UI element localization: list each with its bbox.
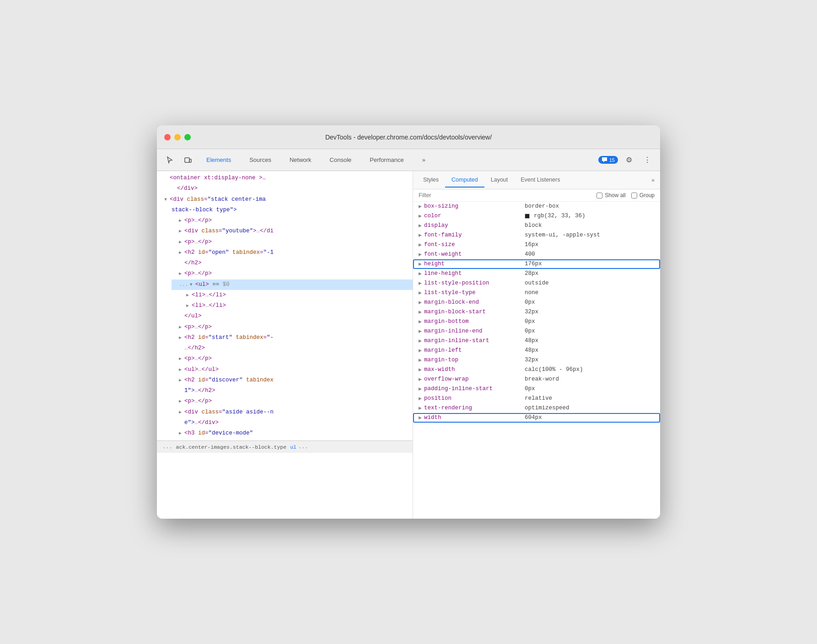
computed-property-row[interactable]: max-widthcalc(100% - 96px) xyxy=(413,365,660,375)
computed-property-row[interactable]: positionrelative xyxy=(413,394,660,403)
dom-row[interactable]: <li>…</li> xyxy=(179,301,413,311)
expand-icon xyxy=(419,367,424,372)
breadcrumb-element[interactable]: ul xyxy=(290,444,296,450)
computed-property-row[interactable]: displayblock xyxy=(413,221,660,231)
computed-properties-list: box-sizingborder-boxcolorrgb(32, 33, 36)… xyxy=(413,202,660,519)
expand-icon xyxy=(419,406,424,410)
dom-row-selected[interactable]: ... <ul> == $0 xyxy=(172,279,413,290)
more-tabs-button[interactable]: » xyxy=(415,154,433,166)
expand-icon xyxy=(419,290,424,295)
tab-elements[interactable]: Elements xyxy=(199,154,238,166)
dom-node-text: <p>…</p> xyxy=(184,354,212,364)
computed-property-row[interactable]: margin-inline-end0px xyxy=(413,327,660,336)
dom-row[interactable]: <h2 id="start" tabindex="- xyxy=(172,333,413,343)
expand-icon[interactable] xyxy=(179,270,184,278)
close-button[interactable] xyxy=(164,134,171,140)
settings-icon[interactable]: ⚙ xyxy=(622,153,636,167)
expand-icon[interactable] xyxy=(179,355,184,363)
property-name: margin-block-start xyxy=(424,309,525,315)
computed-property-row[interactable]: margin-inline-start48px xyxy=(413,336,660,346)
expand-icon[interactable] xyxy=(179,366,184,374)
dom-row[interactable]: <h3 id="device-mode" xyxy=(172,428,413,439)
expand-icon[interactable] xyxy=(190,281,195,289)
dom-row[interactable]: <p>…</p> xyxy=(172,322,413,333)
dom-row[interactable]: <h2 id="discover" tabindex xyxy=(172,375,413,386)
computed-property-row[interactable]: width604px xyxy=(413,413,660,423)
expand-icon[interactable] xyxy=(186,302,192,310)
dom-row[interactable]: <ontainer xt:display-none >… xyxy=(157,173,413,183)
computed-property-row[interactable]: colorrgb(32, 33, 36) xyxy=(413,211,660,221)
tab-performance[interactable]: Performance xyxy=(362,154,411,166)
filter-bar: Show all Group xyxy=(413,189,660,202)
expand-icon[interactable] xyxy=(179,334,184,342)
computed-property-row[interactable]: font-familysystem-ui, -apple-syst xyxy=(413,231,660,240)
dom-row[interactable]: <div class="youtube">…</di xyxy=(172,226,413,236)
tab-event-listeners[interactable]: Event Listeners xyxy=(514,173,566,188)
expand-icon[interactable] xyxy=(179,397,184,405)
minimize-button[interactable] xyxy=(174,134,181,140)
expand-icon[interactable] xyxy=(179,227,184,235)
computed-property-row[interactable]: overflow-wrapbreak-word xyxy=(413,375,660,384)
computed-property-row[interactable]: font-weight400 xyxy=(413,250,660,259)
tab-computed[interactable]: Computed xyxy=(445,173,484,188)
tab-layout[interactable]: Layout xyxy=(484,173,515,188)
dom-row[interactable]: <p>…</p> xyxy=(172,215,413,226)
dom-row[interactable]: <div class="stack center-ima xyxy=(157,194,413,205)
elements-panel[interactable]: <ontainer xt:display-none >… </div> <div… xyxy=(157,171,413,519)
property-name: max-width xyxy=(424,366,525,373)
tab-sources[interactable]: Sources xyxy=(242,154,279,166)
tab-console[interactable]: Console xyxy=(322,154,359,166)
dom-row[interactable]: <li>…</li> xyxy=(179,290,413,301)
more-options-icon[interactable]: ⋮ xyxy=(640,153,655,167)
dom-row[interactable]: </ul> xyxy=(172,311,413,322)
computed-property-row[interactable]: margin-block-end0px xyxy=(413,298,660,307)
expand-icon[interactable] xyxy=(179,408,184,416)
computed-property-row[interactable]: margin-left48px xyxy=(413,346,660,355)
dom-row[interactable]: <p>…</p> xyxy=(172,396,413,407)
property-value: calc(100% - 96px) xyxy=(525,366,583,373)
computed-property-row[interactable]: list-style-positionoutside xyxy=(413,279,660,288)
dom-row[interactable]: <p>…</p> xyxy=(172,237,413,247)
maximize-button[interactable] xyxy=(184,134,191,140)
tab-network[interactable]: Network xyxy=(282,154,319,166)
computed-property-row[interactable]: box-sizingborder-box xyxy=(413,202,660,211)
more-tabs-icon[interactable]: » xyxy=(650,175,656,185)
property-value: 604px xyxy=(525,414,542,421)
expand-icon[interactable] xyxy=(179,376,184,384)
computed-property-row[interactable]: margin-block-start32px xyxy=(413,307,660,317)
filter-input[interactable] xyxy=(419,192,591,199)
computed-property-row[interactable]: margin-top32px xyxy=(413,355,660,365)
dom-row-continuation: </h2> xyxy=(157,258,413,268)
device-toggle-icon[interactable] xyxy=(181,153,195,167)
computed-property-row[interactable]: margin-bottom0px xyxy=(413,317,660,327)
computed-property-row[interactable]: list-style-typenone xyxy=(413,288,660,298)
dom-tag: </div> xyxy=(177,184,198,193)
breadcrumb-path[interactable]: ack.center-images.stack--block.type xyxy=(176,444,287,450)
expand-icon[interactable] xyxy=(186,291,192,299)
computed-property-row[interactable]: line-height28px xyxy=(413,269,660,279)
expand-icon xyxy=(419,319,424,324)
computed-property-row[interactable]: font-size16px xyxy=(413,240,660,250)
expand-icon[interactable] xyxy=(179,323,184,331)
dom-row[interactable]: <ul>…</ul> xyxy=(172,365,413,375)
dom-row[interactable]: </div> xyxy=(164,183,413,194)
expand-icon[interactable] xyxy=(179,217,184,225)
dom-row-continuation: stack--block type"> xyxy=(157,205,413,215)
dom-row[interactable]: <h2 id="open" tabindex="-1 xyxy=(172,247,413,258)
tab-styles[interactable]: Styles xyxy=(417,173,445,188)
expand-icon[interactable] xyxy=(179,429,184,437)
group-checkbox[interactable] xyxy=(631,193,637,199)
cursor-icon[interactable] xyxy=(162,153,177,167)
show-all-checkbox[interactable] xyxy=(597,193,602,199)
dom-row[interactable]: <p>…</p> xyxy=(172,354,413,364)
dom-row[interactable]: <p>…</p> xyxy=(172,268,413,279)
expand-icon[interactable] xyxy=(179,249,184,257)
expand-icon[interactable] xyxy=(164,196,170,204)
dom-row[interactable]: <div class="aside aside--n xyxy=(172,407,413,418)
expand-icon xyxy=(419,252,424,257)
computed-property-row[interactable]: text-renderingoptimizespeed xyxy=(413,403,660,413)
expand-icon[interactable] xyxy=(179,238,184,246)
computed-property-row[interactable]: height176px xyxy=(413,259,660,269)
feedback-badge[interactable]: 15 xyxy=(598,156,618,164)
computed-property-row[interactable]: padding-inline-start0px xyxy=(413,384,660,394)
